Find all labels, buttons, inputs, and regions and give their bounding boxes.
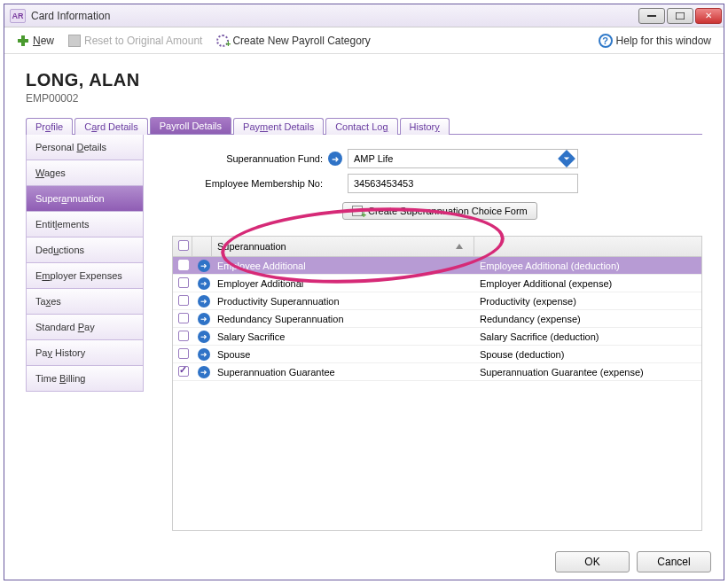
row-checkbox[interactable]: [178, 348, 189, 359]
svg-rect-0: [647, 15, 656, 17]
sidebar-item-taxes[interactable]: Taxes: [26, 289, 144, 315]
table-row[interactable]: ➜Employee AdditionalEmployee Additional …: [173, 257, 701, 275]
reset-icon: [68, 35, 81, 47]
table-row[interactable]: ➜Salary SacrificeSalary Sacrifice (deduc…: [173, 328, 701, 346]
grid-body: ➜Employee AdditionalEmployee Additional …: [173, 257, 701, 530]
col-type[interactable]: [474, 237, 701, 256]
svg-rect-1: [676, 12, 685, 19]
sidebar-item-deductions[interactable]: Deductions: [26, 237, 144, 263]
tab-profile[interactable]: Profile: [26, 118, 73, 135]
gear-plus-icon: [216, 35, 229, 47]
row-open-button[interactable]: ➜: [198, 348, 210, 361]
sidebar-item-standard-pay[interactable]: Standard Pay: [26, 315, 144, 340]
sidebar-item-employer-expenses[interactable]: Employer Expenses: [26, 263, 144, 289]
fund-label: Superannuation Fund:: [172, 153, 323, 164]
side-nav: Personal Details Wages Superannuation En…: [26, 135, 144, 531]
close-button[interactable]: ✕: [695, 8, 722, 24]
tab-bar: Profile Card Details Payroll Details Pay…: [26, 117, 702, 135]
sidebar-item-entitlements[interactable]: Entitlements: [26, 212, 144, 237]
row-type: Employer Additional (expense): [474, 276, 701, 291]
row-name: Employer Additional: [212, 276, 474, 291]
row-checkbox[interactable]: [178, 260, 189, 270]
row-name: Salary Sacrifice: [212, 330, 474, 344]
cancel-button[interactable]: Cancel: [637, 551, 711, 572]
row-name: Spouse: [212, 347, 474, 362]
row-type: Superannuation Guarantee (expense): [474, 365, 701, 379]
tab-contact-log[interactable]: Contact Log: [325, 118, 397, 135]
new-label: ew: [41, 35, 54, 47]
row-open-button[interactable]: ➜: [198, 313, 210, 325]
fund-lookup-button[interactable]: ➜: [328, 152, 342, 166]
minimize-button[interactable]: [638, 8, 665, 24]
sidebar-item-superannuation[interactable]: Superannuation: [26, 186, 144, 212]
select-all-checkbox[interactable]: [178, 240, 189, 251]
row-checkbox[interactable]: [178, 313, 189, 323]
row-checkbox[interactable]: [178, 366, 189, 377]
tab-payment-details[interactable]: Payment Details: [233, 118, 324, 135]
table-row[interactable]: ➜SpouseSpouse (deduction): [173, 346, 701, 363]
sidebar-item-time-billing[interactable]: Time Billing: [26, 366, 144, 392]
tab-payroll-details[interactable]: Payroll Details: [150, 117, 231, 134]
create-payroll-category-button[interactable]: Create New Payroll Category: [213, 33, 373, 49]
row-name: Redundancy Superannuation: [212, 312, 474, 326]
titlebar: AR Card Information ✕: [4, 4, 724, 27]
plus-icon: [17, 35, 29, 47]
row-open-button[interactable]: ➜: [198, 277, 210, 290]
sidebar-item-wages[interactable]: Wages: [26, 160, 144, 186]
app-icon: AR: [10, 9, 26, 23]
row-type: Salary Sacrifice (deduction): [474, 330, 701, 344]
table-row[interactable]: ➜Redundancy SuperannuationRedundancy (ex…: [173, 310, 701, 328]
create-super-choice-form-button[interactable]: Create Superannuation Choice Form: [342, 202, 537, 220]
payroll-details-panel: Personal Details Wages Superannuation En…: [26, 135, 702, 531]
superannuation-main: Superannuation Fund: ➜ Employee Membersh…: [144, 135, 702, 531]
row-checkbox[interactable]: [178, 295, 189, 306]
footer-buttons: OK Cancel: [555, 551, 711, 572]
grid-header: Superannuation: [173, 237, 701, 257]
new-button[interactable]: New: [13, 33, 58, 49]
reset-original-button[interactable]: Reset to Original Amount: [65, 33, 206, 49]
row-open-button[interactable]: ➜: [198, 295, 210, 308]
table-row[interactable]: ➜Superannuation GuaranteeSuperannuation …: [173, 363, 701, 381]
row-checkbox[interactable]: [178, 277, 189, 288]
row-type: Productivity (expense): [474, 294, 701, 308]
create-category-label: Create New Payroll Category: [232, 35, 370, 47]
window-title: Card Information: [31, 10, 638, 22]
maximize-button[interactable]: [667, 8, 693, 24]
row-name: Superannuation Guarantee: [212, 365, 474, 379]
sort-asc-icon: [456, 244, 463, 249]
row-open-button[interactable]: ➜: [198, 331, 210, 343]
content-area: LONG, ALAN EMP00002 Profile Card Details…: [4, 54, 724, 541]
membership-input[interactable]: [348, 174, 578, 193]
row-type: Redundancy (expense): [474, 312, 701, 326]
super-grid: Superannuation ➜Employee AdditionalEmplo…: [172, 236, 702, 531]
employee-id: EMP00002: [26, 92, 702, 105]
card-information-window: AR Card Information ✕ New Reset to Origi…: [4, 4, 724, 580]
help-link[interactable]: ? Help for this window: [595, 32, 715, 50]
row-open-button[interactable]: ➜: [198, 366, 210, 378]
tab-history[interactable]: History: [400, 118, 450, 135]
table-row[interactable]: ➜Productivity SuperannuationProductivity…: [173, 292, 701, 310]
reset-label: Reset to Original Amount: [84, 35, 202, 47]
row-type: Employee Additional (deduction): [474, 259, 701, 273]
employee-name: LONG, ALAN: [26, 70, 702, 90]
tab-card-details[interactable]: Card Details: [74, 118, 148, 135]
form-plus-icon: [352, 206, 363, 216]
ok-button[interactable]: OK: [555, 551, 630, 572]
row-type: Spouse (deduction): [474, 347, 701, 362]
create-choice-label: Create Superannuation Choice Form: [368, 206, 528, 216]
sidebar-item-pay-history[interactable]: Pay History: [26, 340, 144, 366]
row-name: Employee Additional: [212, 259, 474, 273]
toolbar: New Reset to Original Amount Create New …: [4, 27, 724, 54]
table-row[interactable]: ➜Employer AdditionalEmployer Additional …: [173, 275, 701, 292]
fund-input[interactable]: [348, 149, 578, 168]
row-checkbox[interactable]: [178, 331, 189, 341]
membership-label: Employee Membership No:: [172, 178, 323, 189]
col-superannuation[interactable]: Superannuation: [212, 237, 474, 256]
help-icon: ?: [599, 34, 613, 48]
row-open-button[interactable]: ➜: [198, 260, 210, 272]
row-name: Productivity Superannuation: [212, 294, 474, 308]
help-label: Help for this window: [616, 35, 711, 47]
sidebar-item-personal-details[interactable]: Personal Details: [26, 135, 144, 160]
